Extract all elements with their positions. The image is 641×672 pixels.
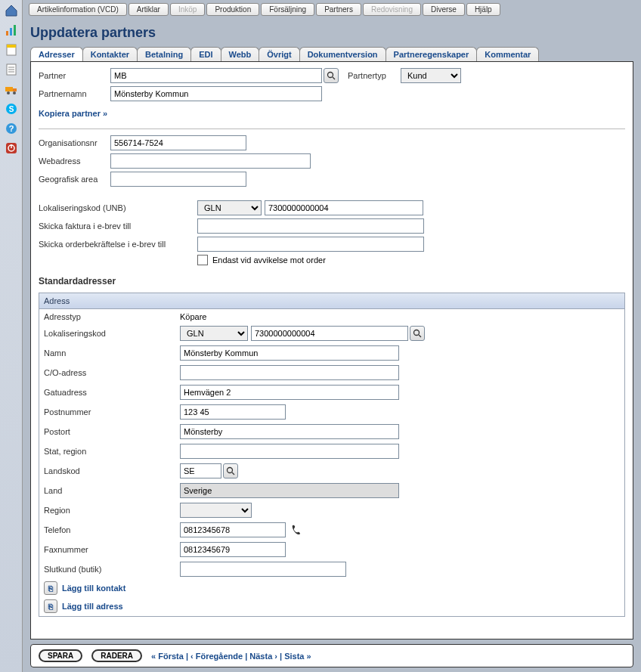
label-region: Region xyxy=(44,506,180,515)
subtab-webb[interactable]: Webb xyxy=(221,47,260,61)
postnr-input[interactable] xyxy=(180,404,286,420)
tab-artikelinformation[interactable]: Artikelinformation (VCD) xyxy=(29,3,127,16)
add-kontakt-icon: ⎘ xyxy=(44,581,57,595)
svg-point-11 xyxy=(7,91,10,94)
endast-avvik-checkbox[interactable] xyxy=(197,255,208,265)
lokkod-unb-type-select[interactable]: GLN xyxy=(197,200,262,215)
svg-text:S: S xyxy=(8,105,14,113)
label-fax: Faxnummer xyxy=(44,545,180,554)
svg-text:?: ? xyxy=(8,124,14,133)
label-co: C/O-adress xyxy=(44,368,180,377)
document-yellow-icon[interactable] xyxy=(4,42,19,57)
fax-input[interactable] xyxy=(180,542,286,557)
subtab-kontakter[interactable]: Kontakter xyxy=(82,47,138,61)
tab-produktion[interactable]: Produktion xyxy=(206,3,259,16)
lokkod-unb-value-input[interactable] xyxy=(265,200,423,215)
spara-button[interactable]: SPARA xyxy=(39,649,82,662)
record-nav[interactable]: « Första | ‹ Föregående | Nästa › | Sist… xyxy=(151,652,311,661)
svg-line-21 xyxy=(333,77,335,79)
telefon-input[interactable] xyxy=(180,522,286,537)
subtab-adresser[interactable]: Adresser xyxy=(30,47,83,61)
tab-redovisning[interactable]: Redovisning xyxy=(363,3,421,16)
svg-line-23 xyxy=(419,335,421,337)
address-header: Adress xyxy=(39,293,624,309)
add-adress-icon: ⎘ xyxy=(44,599,57,613)
label-stat: Stat, region xyxy=(44,447,180,456)
subtab-kommentar[interactable]: Kommentar xyxy=(476,47,539,61)
land-input xyxy=(180,483,399,498)
help-icon[interactable]: ? xyxy=(4,121,19,136)
geoarea-input[interactable] xyxy=(110,172,246,187)
home-icon[interactable] xyxy=(4,3,19,18)
svg-rect-2 xyxy=(14,25,16,36)
slutkund-input[interactable] xyxy=(180,562,346,577)
subtab-ovrigt[interactable]: Övrigt xyxy=(259,47,299,61)
skicka-order-input[interactable] xyxy=(197,237,424,252)
left-sidebar: S ? xyxy=(0,0,23,672)
adr-lokkod-value-input[interactable] xyxy=(251,326,408,341)
partnernamn-input[interactable] xyxy=(110,86,322,101)
subtab-edi[interactable]: EDI xyxy=(190,47,221,61)
svg-point-22 xyxy=(414,330,420,336)
adr-lokkod-search-button[interactable] xyxy=(410,326,425,341)
label-gatu: Gatuadress xyxy=(44,388,180,397)
tab-forsaljning[interactable]: Försäljning xyxy=(261,3,314,16)
orgnr-input[interactable] xyxy=(110,135,246,150)
skype-icon[interactable]: S xyxy=(4,101,19,116)
partner-input[interactable] xyxy=(110,68,322,83)
svg-point-20 xyxy=(328,73,333,78)
add-adress-link[interactable]: ⎘ Lägg till adress xyxy=(44,599,620,613)
svg-rect-4 xyxy=(7,45,16,48)
label-lokkod: Lokaliseringskod xyxy=(44,329,180,338)
landskod-input[interactable] xyxy=(180,463,221,478)
phone-icon[interactable] xyxy=(290,524,302,536)
label-slutkund: Slutkund (butik) xyxy=(44,565,180,574)
partnertyp-select[interactable]: Kund xyxy=(401,68,461,83)
truck-icon[interactable] xyxy=(4,82,19,97)
power-icon[interactable] xyxy=(4,141,19,156)
chart-icon[interactable] xyxy=(4,23,19,38)
svg-line-25 xyxy=(232,472,234,475)
svg-point-12 xyxy=(13,91,16,94)
kopiera-partner-link[interactable]: Kopiera partner » xyxy=(39,109,107,118)
label-skicka-faktura: Skicka faktura i e-brev till xyxy=(39,221,197,231)
label-partner: Partner xyxy=(39,71,110,80)
page-title: Uppdatera partners xyxy=(30,25,633,41)
document-list-icon[interactable] xyxy=(4,62,19,77)
tab-diverse[interactable]: Diverse xyxy=(423,3,465,16)
adr-lokkod-type-select[interactable]: GLN xyxy=(180,326,248,341)
subtab-dokumentversion[interactable]: Dokumentversion xyxy=(299,47,386,61)
tab-inkop[interactable]: Inköp xyxy=(170,3,205,16)
tab-artiklar[interactable]: Artiklar xyxy=(129,3,169,16)
label-adresstyp: Adresstyp xyxy=(44,312,180,321)
landskod-search-button[interactable] xyxy=(223,463,238,478)
label-skicka-order: Skicka orderbekräftelse i e-brev till xyxy=(39,240,197,249)
bottom-bar: SPARA RADERA « Första | ‹ Föregående | N… xyxy=(30,644,633,667)
label-partnernamn: Partnernamn xyxy=(39,89,110,98)
label-partnertyp: Partnertyp xyxy=(348,71,401,80)
namn-input[interactable] xyxy=(180,345,399,361)
webadress-input[interactable] xyxy=(110,153,311,169)
add-kontakt-link[interactable]: ⎘ Lägg till kontakt xyxy=(44,581,620,595)
subtab-betalning[interactable]: Betalning xyxy=(137,47,191,61)
tab-partners[interactable]: Partners xyxy=(316,3,361,16)
form-panel: Partner Partnertyp Kund Partnernamn Kopi… xyxy=(30,62,633,639)
co-input[interactable] xyxy=(180,365,399,380)
top-tab-bar: Artikelinformation (VCD) Artiklar Inköp … xyxy=(23,0,641,16)
postort-input[interactable] xyxy=(180,424,399,439)
svg-rect-1 xyxy=(10,28,12,36)
subtab-partneregenskaper[interactable]: Partneregenskaper xyxy=(386,47,478,61)
gatu-input[interactable] xyxy=(180,385,399,400)
adresstyp-value: Köpare xyxy=(180,312,206,321)
label-namn: Namn xyxy=(44,348,180,358)
radera-button[interactable]: RADERA xyxy=(91,649,142,662)
region-select[interactable] xyxy=(180,503,252,518)
tab-hjalp[interactable]: Hjälp xyxy=(466,3,500,16)
partner-search-button[interactable] xyxy=(324,68,339,83)
svg-rect-9 xyxy=(5,87,13,91)
skicka-faktura-input[interactable] xyxy=(197,218,424,234)
label-orgnr: Organisationsnr xyxy=(39,138,110,147)
svg-point-24 xyxy=(228,468,233,473)
label-postnr: Postnummer xyxy=(44,407,180,417)
stat-input[interactable] xyxy=(180,444,399,459)
